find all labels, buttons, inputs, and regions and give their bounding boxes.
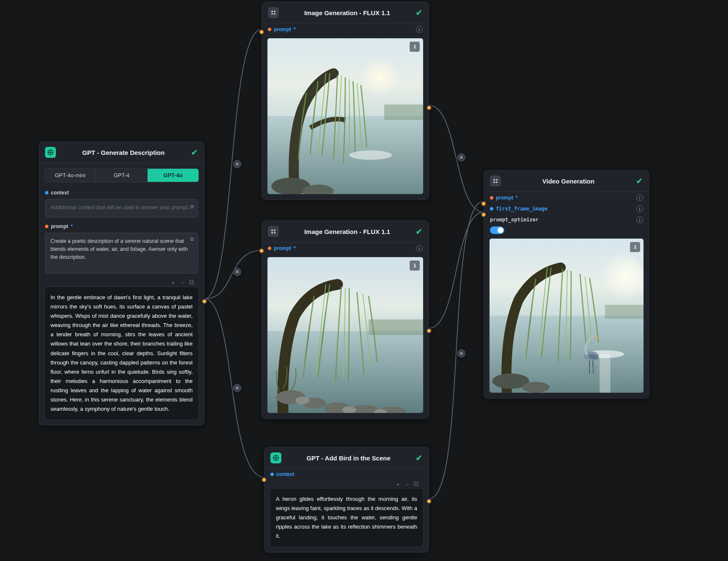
svg-rect-2 — [274, 11, 275, 12]
svg-point-37 — [522, 382, 550, 393]
download-icon[interactable]: ⬇ — [630, 242, 640, 252]
node-flux-top[interactable]: Image Generation - FLUX 1.1 ✔ prompt * i… — [262, 2, 429, 200]
field-label-context: context — [265, 469, 429, 479]
info-icon[interactable]: i — [636, 194, 643, 201]
info-icon[interactable]: i — [416, 26, 423, 33]
input-port-context[interactable] — [262, 478, 266, 482]
svg-rect-8 — [384, 104, 424, 120]
port-dot-icon — [45, 191, 48, 194]
svg-rect-1 — [271, 11, 273, 12]
info-icon[interactable]: i — [636, 205, 643, 212]
minus-icon[interactable]: － — [180, 279, 185, 287]
field-label-context: context — [39, 187, 204, 197]
wire-action-button[interactable]: ✕ — [457, 153, 466, 162]
node-video-generation[interactable]: Video Generation ✔ prompt * i first_fram… — [484, 170, 649, 399]
app-icon — [490, 175, 501, 186]
external-link-icon[interactable]: ⧉ — [190, 203, 193, 210]
check-icon: ✔ — [416, 454, 423, 462]
tab-gpt-4[interactable]: GPT-4 — [96, 169, 147, 182]
svg-rect-15 — [274, 232, 275, 234]
minus-icon[interactable]: － — [405, 481, 410, 488]
wire-action-button[interactable]: ✕ — [233, 384, 241, 392]
close-icon: ✕ — [235, 161, 239, 167]
svg-point-43 — [583, 366, 599, 371]
node-gpt-add-bird[interactable]: GPT - Add Bird in the Scene ✔ context ＋ … — [264, 447, 429, 553]
download-icon[interactable]: ⬇ — [410, 261, 420, 271]
model-tabbar: GPT-4o-mini GPT-4 GPT-4o — [44, 168, 199, 182]
wire-action-button[interactable]: ✕ — [233, 268, 241, 276]
workflow-canvas[interactable]: ✕ ✕ ✕ ✕ ✕ GPT - Generate Description ✔ G… — [0, 0, 728, 561]
svg-rect-31 — [496, 181, 498, 183]
wire-action-button[interactable]: ✕ — [457, 349, 466, 358]
svg-rect-13 — [274, 229, 275, 231]
copy-icon[interactable]: ⿻ — [414, 481, 419, 488]
node-header[interactable]: Image Generation - FLUX 1.1 ✔ — [262, 221, 429, 242]
close-icon: ✕ — [235, 385, 239, 391]
generated-image[interactable]: ⬇ — [267, 38, 424, 194]
svg-rect-18 — [369, 319, 424, 335]
port-dot-icon — [268, 28, 271, 31]
check-icon: ✔ — [636, 177, 643, 185]
field-label-optimizer: prompt_optimizer i — [484, 214, 649, 225]
context-input[interactable]: Additionnal context that will be used to… — [45, 199, 198, 218]
external-link-icon[interactable]: ⧉ — [190, 236, 194, 242]
svg-point-42 — [590, 335, 594, 339]
info-icon[interactable]: i — [636, 216, 643, 223]
svg-rect-29 — [496, 179, 498, 181]
tab-gpt-4o[interactable]: GPT-4o — [148, 169, 199, 182]
node-header[interactable]: Image Generation - FLUX 1.1 ✔ — [262, 2, 429, 24]
tab-gpt-4o-mini[interactable]: GPT-4o-mini — [45, 169, 96, 182]
svg-rect-12 — [271, 229, 273, 231]
output-port[interactable] — [427, 106, 431, 110]
svg-point-11 — [349, 150, 392, 160]
svg-point-24 — [296, 396, 310, 404]
toggle-knob — [498, 227, 503, 233]
wire-action-button[interactable]: ✕ — [233, 160, 241, 168]
output-port[interactable] — [202, 299, 206, 303]
svg-rect-30 — [493, 181, 495, 183]
generated-image[interactable]: ⬇ — [267, 257, 424, 413]
node-gpt-generate-description[interactable]: GPT - Generate Description ✔ GPT-4o-mini… — [39, 141, 204, 425]
node-header[interactable]: GPT - Add Bird in the Scene ✔ — [265, 447, 429, 469]
close-icon: ✕ — [235, 269, 239, 275]
plus-icon[interactable]: ＋ — [171, 279, 176, 287]
willow-lake-heron-scene — [490, 239, 643, 393]
node-title: Image Generation - FLUX 1.1 — [284, 9, 410, 16]
close-icon: ✕ — [459, 351, 463, 356]
input-port-first-frame[interactable] — [482, 213, 486, 217]
port-dot-icon — [270, 473, 274, 476]
node-header[interactable]: GPT - Generate Description ✔ — [39, 142, 204, 163]
info-icon[interactable]: i — [416, 245, 423, 252]
input-port-prompt[interactable] — [259, 249, 264, 253]
svg-rect-3 — [271, 13, 273, 15]
svg-rect-28 — [493, 179, 495, 181]
copy-icon[interactable]: ⿻ — [189, 279, 194, 287]
prompt-optimizer-toggle[interactable] — [490, 226, 504, 234]
field-label-prompt: prompt * i — [262, 242, 429, 253]
node-title: GPT - Generate Description — [61, 149, 186, 156]
prompt-input[interactable] — [45, 233, 198, 274]
generated-video-preview[interactable]: ⬇ — [489, 238, 644, 393]
port-dot-icon — [45, 225, 48, 228]
willow-lake-scene-2 — [267, 257, 423, 413]
node-flux-mid[interactable]: Image Generation - FLUX 1.1 ✔ prompt * i… — [262, 221, 429, 419]
node-title: Image Generation - FLUX 1.1 — [284, 228, 410, 235]
node-title: Video Generation — [506, 178, 631, 185]
svg-rect-35 — [605, 305, 644, 319]
check-icon: ✔ — [191, 148, 198, 157]
gpt-logo-icon — [270, 452, 281, 463]
node-header[interactable]: Video Generation ✔ — [484, 170, 649, 192]
svg-rect-4 — [274, 13, 275, 15]
input-port-prompt[interactable] — [482, 202, 486, 206]
input-port-prompt[interactable] — [259, 30, 264, 34]
output-port[interactable] — [427, 329, 431, 333]
svg-rect-14 — [271, 232, 273, 234]
check-icon: ✔ — [416, 8, 423, 17]
download-icon[interactable]: ⬇ — [410, 42, 420, 52]
plus-icon[interactable]: ＋ — [395, 481, 400, 488]
output-port[interactable] — [427, 499, 431, 503]
port-dot-icon — [490, 196, 493, 199]
node-title: GPT - Add Bird in the Scene — [286, 455, 410, 462]
field-label-prompt: prompt * i — [484, 192, 649, 203]
node-output: ＋ － ⿻ In the gentle embrace of dawn's fi… — [44, 287, 199, 420]
